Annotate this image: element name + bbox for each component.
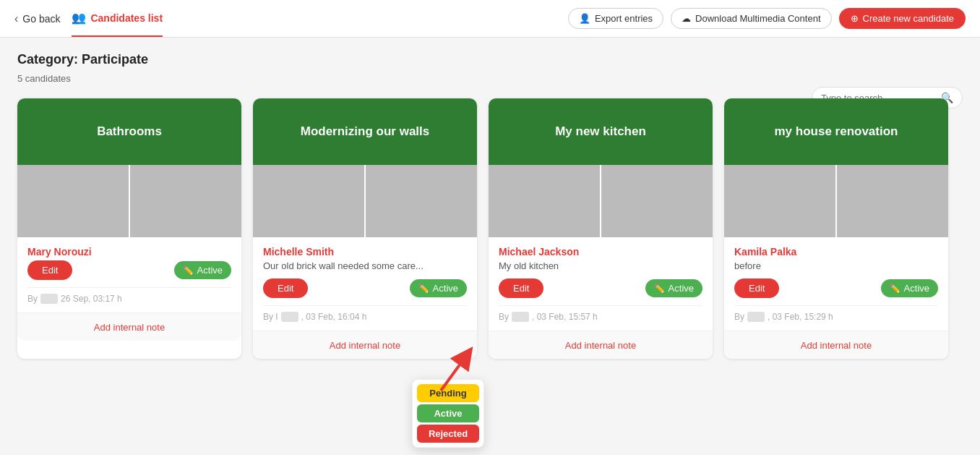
card-images-bathrooms (17, 165, 241, 237)
card-title-kitchen: My new kitchen (489, 98, 713, 165)
create-candidate-button[interactable]: ⊕ Create new candidate (839, 8, 966, 29)
card-body-modernizing: Michelle Smith Our old brick wall needed… (253, 237, 477, 331)
user-avatar (40, 294, 58, 304)
card-image-2 (129, 165, 241, 237)
card-note-bathrooms[interactable]: Add internal note (17, 312, 241, 341)
left-arrow-icon: ‹ (14, 12, 18, 25)
card-actions-house: Edit ✏️ Active (734, 278, 938, 298)
edit-button-bathrooms[interactable]: Edit (27, 260, 72, 280)
category-title: Category: Participate (17, 52, 963, 67)
create-label: Create new candidate (863, 13, 954, 24)
card-images-modernizing (253, 165, 477, 237)
dropdown-active[interactable]: Active (417, 404, 479, 422)
export-button[interactable]: 👤 Export entries (568, 8, 663, 29)
card-footer-house: By , 03 Feb, 15:29 h (734, 305, 938, 325)
card-kitchen: My new kitchen Michael Jackson My old ki… (489, 98, 713, 359)
card-body-bathrooms: Mary Norouzi Edit ✏️ Active By 26 Sep, 0… (17, 237, 241, 312)
user-avatar (747, 312, 765, 322)
status-badge-modernizing[interactable]: ✏️ Active (410, 279, 467, 297)
card-image-2 (364, 165, 477, 237)
status-dropdown: Pending Active Rejected (412, 379, 484, 448)
check-icon: ✏️ (418, 284, 429, 294)
card-actions-kitchen: Edit ✏️ Active (499, 278, 702, 298)
go-back-label: Go back (22, 13, 60, 25)
card-modernizing: Modernizing our walls Michelle Smith Our… (253, 98, 477, 359)
download-icon: ☁ (682, 13, 691, 24)
card-desc-house: before (734, 260, 938, 271)
go-back-button[interactable]: ‹ Go back (14, 12, 60, 25)
card-desc-modernizing: Our old brick wall needed some care... (263, 260, 467, 271)
card-title-house: my house renovation (724, 98, 948, 165)
status-label-kitchen: Active (669, 283, 694, 294)
card-body-kitchen: Michael Jackson My old kitchen Edit ✏️ A… (489, 237, 713, 331)
card-images-house (724, 165, 948, 237)
edit-button-kitchen[interactable]: Edit (499, 278, 543, 298)
export-icon: 👤 (579, 13, 590, 24)
card-author-kitchen: Michael Jackson (499, 246, 702, 258)
candidates-icon: 👥 (72, 11, 86, 25)
status-label-modernizing: Active (433, 283, 458, 294)
user-avatar (512, 312, 529, 322)
card-image-1 (253, 165, 364, 237)
add-note-link-bathrooms[interactable]: Add internal note (94, 322, 165, 333)
card-image-2 (835, 165, 948, 237)
card-author-modernizing: Michelle Smith (263, 246, 467, 258)
card-note-modernizing[interactable]: Add internal note (253, 331, 477, 359)
status-badge-kitchen: ✏️ Active (645, 279, 702, 297)
plus-icon: ⊕ (851, 13, 859, 24)
card-footer-bathrooms: By 26 Sep, 03:17 h (27, 287, 231, 307)
status-label-house: Active (904, 283, 929, 294)
add-note-link-kitchen[interactable]: Add internal note (565, 340, 636, 351)
header-actions: 👤 Export entries ☁ Download Multimedia C… (568, 8, 966, 29)
card-author-house: Kamila Palka (734, 246, 938, 258)
card-footer-kitchen: By , 03 Feb, 15:57 h (499, 305, 702, 325)
card-image-1 (17, 165, 129, 237)
edit-button-house[interactable]: Edit (734, 278, 779, 298)
main-content: Category: Participate 🔍 5 candidates Bat… (0, 38, 980, 373)
tab-label: Candidates list (90, 12, 163, 24)
dropdown-pending[interactable]: Pending (417, 384, 479, 402)
candidates-list-tab[interactable]: 👥 Candidates list (72, 0, 163, 37)
card-note-house[interactable]: Add internal note (724, 331, 948, 359)
status-badge-house: ✏️ Active (881, 279, 938, 297)
card-desc-kitchen: My old kitchen (499, 260, 702, 271)
edit-button-modernizing[interactable]: Edit (263, 278, 308, 298)
card-title-modernizing: Modernizing our walls (253, 98, 477, 165)
card-note-kitchen[interactable]: Add internal note (489, 331, 713, 359)
card-image-2 (600, 165, 713, 237)
candidates-count: 5 candidates (17, 73, 963, 84)
card-bathrooms: Bathrooms Mary Norouzi Edit ✏️ Active By (17, 98, 241, 359)
download-label: Download Multimedia Content (695, 13, 820, 24)
card-image-1 (724, 165, 835, 237)
add-note-link-house[interactable]: Add internal note (801, 340, 872, 351)
add-note-link-modernizing[interactable]: Add internal note (330, 340, 400, 351)
status-badge-bathrooms: ✏️ Active (174, 261, 231, 279)
card-images-kitchen (489, 165, 713, 237)
card-actions-bathrooms: Edit ✏️ Active (27, 260, 231, 280)
card-author-bathrooms: Mary Norouzi (27, 246, 231, 258)
header: ‹ Go back 👥 Candidates list 👤 Export ent… (0, 0, 980, 38)
card-title-bathrooms: Bathrooms (17, 98, 241, 165)
card-image-1 (489, 165, 600, 237)
export-label: Export entries (595, 13, 653, 24)
check-icon: ✏️ (183, 265, 194, 276)
card-house: my house renovation Kamila Palka before … (724, 98, 948, 359)
check-icon: ✏️ (890, 284, 901, 294)
dropdown-rejected[interactable]: Rejected (417, 425, 479, 443)
card-body-house: Kamila Palka before Edit ✏️ Active By , … (724, 237, 948, 331)
card-actions-modernizing: Edit ✏️ Active (263, 278, 467, 298)
download-button[interactable]: ☁ Download Multimedia Content (671, 8, 831, 29)
card-footer-modernizing: By I , 03 Feb, 16:04 h (263, 305, 467, 325)
check-icon: ✏️ (654, 284, 665, 294)
user-avatar (281, 312, 298, 322)
cards-grid: Bathrooms Mary Norouzi Edit ✏️ Active By (17, 98, 963, 359)
status-label-bathrooms: Active (197, 265, 223, 276)
